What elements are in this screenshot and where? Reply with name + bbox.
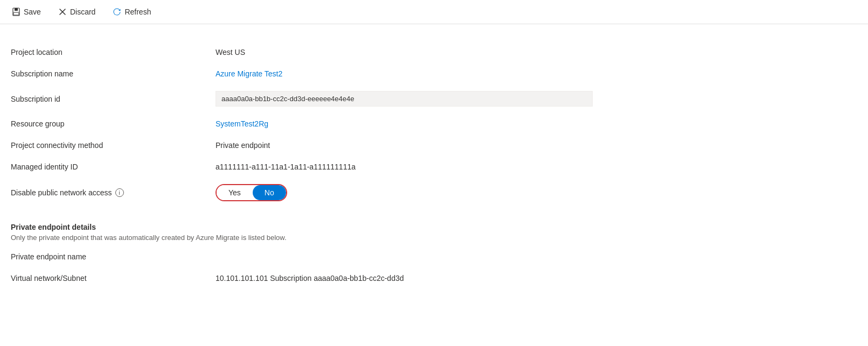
- project-location-label: Project location: [11, 41, 216, 63]
- content-area: Project location West US Subscription na…: [0, 24, 868, 300]
- private-endpoint-name-value: [216, 246, 857, 267]
- toggle-group: Yes No: [216, 184, 287, 201]
- save-label: Save: [24, 8, 41, 16]
- properties-grid: Project location West US Subscription na…: [11, 41, 857, 289]
- toggle-yes-button[interactable]: Yes: [217, 185, 253, 200]
- svg-rect-2: [13, 12, 19, 15]
- subscription-id-value: aaaa0a0a-bb1b-cc2c-dd3d-eeeeee4e4e4e: [216, 84, 857, 113]
- save-icon: [12, 8, 20, 16]
- disable-public-label: Disable public network access i: [11, 178, 216, 208]
- toolbar: Save Discard Refresh: [0, 0, 868, 24]
- svg-rect-1: [15, 8, 18, 11]
- subscription-name-label: Subscription name: [11, 63, 216, 84]
- refresh-icon: [113, 8, 121, 16]
- connectivity-method-label: Project connectivity method: [11, 135, 216, 156]
- private-endpoint-heading: Private endpoint details: [11, 208, 857, 234]
- connectivity-method-value: Private endpoint: [216, 135, 857, 156]
- save-button[interactable]: Save: [9, 5, 44, 18]
- toggle-no-button[interactable]: No: [253, 185, 286, 200]
- resource-group-value[interactable]: SystemTest2Rg: [216, 113, 857, 135]
- private-endpoint-subtext: Only the private endpoint that was autom…: [11, 234, 857, 246]
- refresh-label: Refresh: [124, 8, 151, 16]
- discard-label: Discard: [70, 8, 95, 16]
- resource-group-label: Resource group: [11, 113, 216, 135]
- info-icon[interactable]: i: [115, 188, 124, 197]
- discard-button[interactable]: Discard: [55, 5, 99, 18]
- virtual-network-value: 10.101.101.101 Subscription aaaa0a0a-bb1…: [216, 267, 857, 289]
- toggle-container: Yes No: [216, 178, 857, 208]
- project-location-value: West US: [216, 41, 857, 63]
- virtual-network-label: Virtual network/Subnet: [11, 267, 216, 289]
- subscription-name-value[interactable]: Azure Migrate Test2: [216, 63, 857, 84]
- discard-icon: [58, 8, 67, 16]
- managed-identity-value: a1111111-a111-11a1-1a11-a111111111a: [216, 156, 857, 178]
- private-endpoint-name-label: Private endpoint name: [11, 246, 216, 267]
- subscription-id-label: Subscription id: [11, 84, 216, 113]
- managed-identity-label: Managed identity ID: [11, 156, 216, 178]
- subscription-id-box: aaaa0a0a-bb1b-cc2c-dd3d-eeeeee4e4e4e: [216, 91, 593, 107]
- refresh-button[interactable]: Refresh: [109, 5, 154, 18]
